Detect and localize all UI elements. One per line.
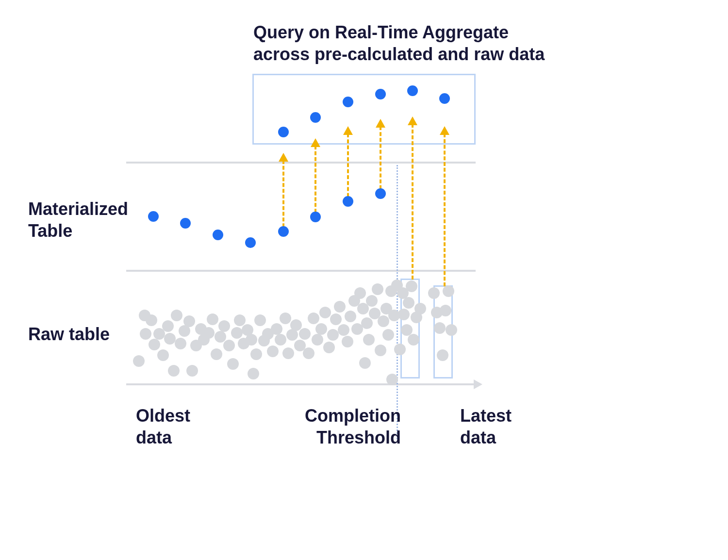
raw-dot — [133, 355, 145, 367]
aggregate-dot — [407, 85, 418, 96]
aggregation-arrow-head — [440, 126, 449, 135]
raw-table-label: Raw table — [28, 323, 110, 345]
raw-dot — [299, 328, 311, 340]
oldest-data-label: Oldest data — [136, 405, 190, 448]
raw-dot — [308, 313, 319, 324]
raw-dot — [361, 317, 373, 329]
materialized-dot — [245, 237, 256, 248]
raw-dot — [338, 324, 349, 336]
raw-dot — [215, 331, 226, 343]
raw-dot — [175, 338, 186, 349]
section-divider — [126, 270, 476, 272]
raw-dot — [386, 374, 398, 385]
raw-dot — [254, 314, 266, 326]
aggregation-arrow-line — [412, 124, 414, 280]
aggregation-arrow-head — [343, 126, 353, 135]
materialized-dot — [180, 218, 191, 229]
section-divider — [126, 162, 476, 164]
aggregate-dot — [310, 112, 321, 123]
raw-dot — [342, 336, 353, 347]
raw-dot — [267, 346, 279, 357]
raw-dot — [186, 365, 198, 377]
raw-dot — [315, 323, 327, 335]
raw-dot — [149, 339, 160, 350]
materialized-dot — [343, 196, 353, 207]
diagram-root: Query on Real-Time Aggregate across pre-… — [0, 0, 728, 560]
raw-dot — [203, 327, 215, 339]
raw-dot — [231, 327, 243, 339]
aggregation-arrow-line — [282, 160, 284, 233]
raw-dot — [218, 320, 230, 332]
raw-dot — [406, 280, 417, 292]
raw-dot — [437, 349, 448, 361]
title-line-1: Query on Real-Time Aggregate — [253, 22, 509, 42]
aggregation-arrow-line — [380, 126, 381, 195]
raw-dot — [248, 368, 259, 379]
raw-dot — [434, 322, 446, 334]
materialized-dot — [148, 211, 159, 222]
aggregation-arrow-head — [376, 119, 385, 128]
raw-dot — [250, 348, 262, 360]
aggregation-arrow-line — [314, 146, 316, 218]
raw-dot — [246, 334, 257, 346]
raw-label-text: Raw table — [28, 324, 110, 344]
time-axis-arrowhead — [474, 379, 482, 389]
diagram-title: Query on Real-Time Aggregate across pre-… — [253, 21, 545, 65]
oldest-line-2: data — [136, 428, 172, 447]
raw-dot — [394, 344, 406, 355]
raw-dot — [280, 313, 291, 324]
threshold-line-2: Threshold — [305, 428, 401, 447]
title-line-2: across pre-calculated and raw data — [253, 44, 545, 64]
oldest-line-1: Oldest — [136, 406, 190, 426]
raw-dot — [171, 310, 182, 321]
raw-dot — [162, 320, 174, 332]
raw-dot — [323, 342, 335, 353]
raw-dot — [334, 301, 346, 313]
raw-dot — [207, 313, 218, 325]
raw-dot — [312, 334, 323, 346]
raw-dot — [414, 303, 426, 314]
aggregate-dot — [278, 127, 289, 137]
raw-dot — [223, 340, 235, 351]
raw-dot — [282, 347, 294, 359]
raw-dot — [378, 315, 389, 327]
raw-dot — [440, 305, 451, 316]
raw-dot — [398, 309, 410, 320]
aggregation-arrow-head — [279, 153, 288, 162]
raw-dot — [319, 307, 331, 318]
raw-dot — [443, 285, 454, 297]
materialized-dot — [278, 226, 289, 237]
raw-dot — [290, 319, 302, 331]
raw-dot — [408, 334, 419, 346]
raw-dot — [140, 328, 151, 340]
raw-dot — [211, 348, 222, 360]
raw-dot — [146, 314, 157, 326]
raw-dot — [234, 314, 246, 326]
raw-dot — [375, 345, 386, 356]
raw-dot — [183, 315, 195, 327]
raw-dot — [382, 329, 394, 341]
latest-data-label: Latest data — [460, 405, 512, 448]
raw-dot — [157, 349, 169, 361]
aggregation-arrow-line — [347, 133, 349, 203]
raw-dot — [354, 287, 366, 299]
aggregation-arrow-head — [408, 116, 417, 125]
raw-dot — [446, 324, 457, 336]
raw-dot — [403, 297, 414, 309]
materialized-dot — [310, 212, 321, 222]
aggregate-dot — [439, 93, 450, 104]
materialized-dot — [375, 188, 386, 199]
materialized-table-label: Materialized Table — [28, 198, 128, 242]
materialized-label-line-1: Materialized — [28, 199, 128, 219]
aggregation-arrow-head — [311, 138, 320, 147]
raw-dot — [428, 287, 440, 299]
completion-threshold-line — [397, 165, 398, 439]
threshold-line-1: Completion — [305, 406, 401, 426]
time-axis — [126, 383, 475, 385]
aggregate-dot — [375, 89, 386, 99]
completion-threshold-label: Completion Threshold — [305, 405, 401, 448]
raw-dot — [363, 334, 375, 346]
raw-dot — [303, 347, 314, 359]
materialized-label-line-2: Table — [28, 221, 72, 241]
materialized-dot — [213, 230, 223, 240]
